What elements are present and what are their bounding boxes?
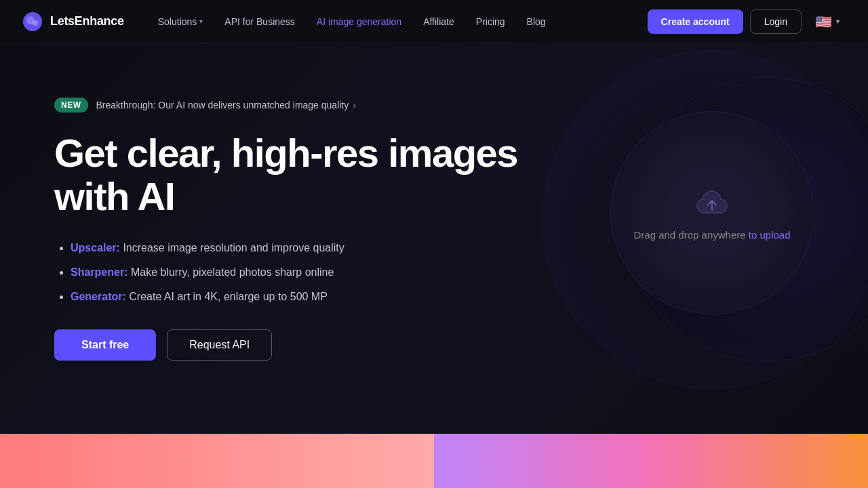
list-item: Sharpener: Make blurry, pixelated photos… (71, 264, 542, 281)
nav-actions: Create account Login 🇺🇸 ▾ (648, 9, 846, 34)
nav-api-business[interactable]: API for Business (215, 11, 304, 33)
upload-area[interactable]: Drag and drop anywhere to upload (610, 111, 814, 314)
language-selector[interactable]: 🇺🇸 ▾ (808, 9, 846, 34)
create-account-button[interactable]: Create account (648, 9, 743, 34)
new-badge-row[interactable]: NEW Breakthrough: Our AI now delivers un… (54, 98, 542, 113)
start-free-button[interactable]: Start free (54, 329, 156, 361)
flag-icon: 🇺🇸 (815, 14, 832, 30)
bottom-strip-right (434, 434, 868, 488)
logo[interactable]: LetsEnhance (22, 11, 124, 33)
list-item: Generator: Create AI art in 4K, enlarge … (71, 289, 542, 305)
nav-pricing[interactable]: Pricing (467, 11, 515, 33)
upload-text: Drag and drop anywhere to upload (633, 229, 790, 241)
svg-point-2 (33, 20, 38, 26)
hero-title: Get clear, high-res images with AI (54, 131, 542, 218)
login-button[interactable]: Login (750, 9, 802, 34)
upscaler-link[interactable]: Upscaler: (71, 242, 120, 253)
hero-buttons: Start free Request API (54, 329, 542, 361)
nav-solutions[interactable]: Solutions ▾ (149, 11, 213, 33)
bottom-strip-left (0, 434, 434, 488)
list-item: Upscaler: Increase image resolution and … (71, 240, 542, 256)
generator-link[interactable]: Generator: (71, 291, 126, 302)
nav-ai-image-generation[interactable]: AI image generation (307, 11, 411, 33)
nav-affiliate[interactable]: Affiliate (414, 11, 464, 33)
new-badge-text: Breakthrough: Our AI now delivers unmatc… (96, 100, 356, 110)
lang-chevron-icon: ▾ (836, 18, 840, 25)
nav-links: Solutions ▾ API for Business AI image ge… (149, 11, 648, 33)
logo-text: LetsEnhance (50, 14, 124, 28)
new-badge: NEW (54, 98, 88, 113)
feature-list: Upscaler: Increase image resolution and … (54, 240, 542, 305)
logo-icon (22, 11, 43, 33)
badge-chevron-icon: › (353, 100, 356, 110)
hero-section: NEW Breakthrough: Our AI now delivers un… (0, 43, 868, 488)
upload-cloud-icon (693, 186, 731, 218)
nav-blog[interactable]: Blog (517, 11, 555, 33)
hero-content: NEW Breakthrough: Our AI now delivers un… (54, 98, 542, 361)
request-api-button[interactable]: Request API (167, 329, 272, 361)
solutions-chevron-icon: ▾ (199, 18, 203, 25)
navbar: LetsEnhance Solutions ▾ API for Business… (0, 0, 868, 43)
sharpener-link[interactable]: Sharpener: (71, 266, 127, 278)
upload-link[interactable]: to upload (749, 229, 791, 241)
